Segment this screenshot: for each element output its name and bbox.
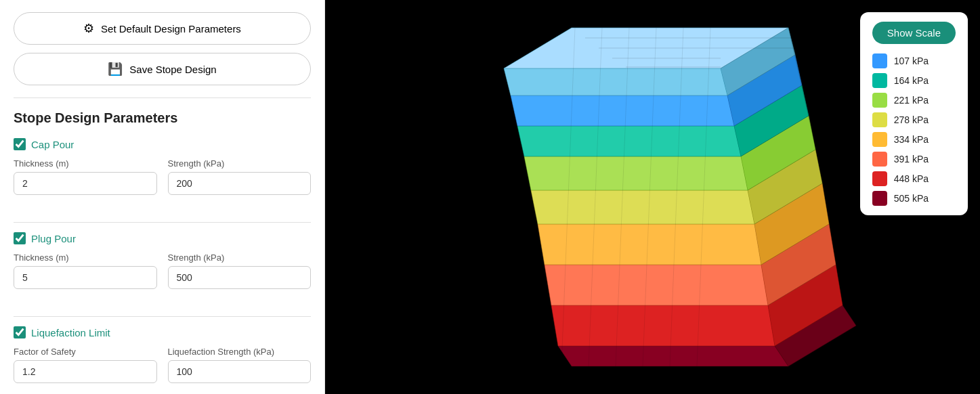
cap-pour-strength-col: Strength (kPa) — [168, 158, 312, 195]
scale-item: 448 kPa — [872, 171, 956, 186]
scale-item: 221 kPa — [872, 93, 956, 108]
scale-kpa-label: 391 kPa — [894, 154, 929, 165]
scale-color-swatch — [872, 53, 887, 68]
scale-color-swatch — [872, 132, 887, 147]
plug-pour-section: Plug Pour Thickness (m) Strength (kPa) — [14, 232, 311, 294]
liquefaction-strength-col: Liquefaction Strength (kPa) — [168, 347, 312, 383]
plug-pour-strength-col: Strength (kPa) — [168, 253, 312, 289]
plug-pour-checkbox[interactable] — [14, 232, 26, 244]
scale-color-swatch — [872, 171, 887, 186]
plug-pour-thickness-label: Thickness (m) — [14, 253, 157, 263]
liquefaction-checkbox[interactable] — [14, 326, 26, 338]
gear-icon: ⚙ — [83, 21, 94, 36]
cap-pour-strength-input[interactable] — [168, 172, 312, 195]
scale-color-swatch — [872, 112, 887, 127]
scale-color-swatch — [872, 152, 887, 167]
scale-kpa-label: 164 kPa — [894, 75, 929, 86]
scale-item: 334 kPa — [872, 132, 956, 147]
liquefaction-strength-input[interactable] — [168, 360, 312, 383]
scale-kpa-label: 505 kPa — [894, 193, 929, 204]
svg-marker-6 — [538, 224, 761, 265]
plug-pour-header: Plug Pour — [14, 232, 311, 244]
svg-marker-10 — [524, 156, 748, 190]
scale-items: 107 kPa164 kPa221 kPa278 kPa334 kPa391 k… — [872, 53, 956, 206]
scale-kpa-label: 278 kPa — [894, 114, 929, 125]
floppy-icon: 💾 — [108, 62, 123, 76]
left-panel: ⚙ Set Default Design Parameters 💾 Save S… — [0, 0, 325, 394]
svg-marker-2 — [551, 305, 775, 346]
cap-plug-divider — [14, 222, 311, 223]
liquefaction-section: Liquefaction Limit Factor of Safety Liqu… — [14, 326, 311, 389]
scale-item: 164 kPa — [872, 73, 956, 88]
show-scale-button[interactable]: Show Scale — [872, 22, 956, 44]
scale-item: 391 kPa — [872, 152, 956, 167]
scale-item: 505 kPa — [872, 191, 956, 206]
scale-kpa-label: 221 kPa — [894, 95, 929, 106]
svg-marker-0 — [558, 346, 788, 366]
plug-pour-strength-input[interactable] — [168, 266, 312, 289]
plug-liq-divider — [14, 316, 311, 317]
scale-legend: Show Scale 107 kPa164 kPa221 kPa278 kPa3… — [860, 12, 968, 215]
section-title: Stope Design Parameters — [14, 110, 311, 126]
plug-pour-label[interactable]: Plug Pour — [31, 233, 76, 244]
plug-pour-strength-label: Strength (kPa) — [168, 253, 312, 263]
save-stope-label: Save Stope Design — [129, 64, 216, 75]
liquefaction-factor-input[interactable] — [14, 360, 157, 383]
scale-color-swatch — [872, 191, 887, 206]
cap-pour-thickness-input[interactable] — [14, 172, 157, 195]
liquefaction-factor-label: Factor of Safety — [14, 347, 157, 357]
set-default-params-label: Set Default Design Parameters — [101, 23, 241, 35]
cap-pour-section: Cap Pour Thickness (m) Strength (kPa) — [14, 138, 311, 200]
svg-marker-8 — [531, 190, 754, 224]
cap-pour-row: Thickness (m) Strength (kPa) — [14, 158, 311, 195]
liquefaction-factor-col: Factor of Safety — [14, 347, 157, 383]
liquefaction-row: Factor of Safety Liquefaction Strength (… — [14, 347, 311, 383]
liquefaction-header: Liquefaction Limit — [14, 326, 311, 338]
cap-pour-thickness-label: Thickness (m) — [14, 158, 157, 169]
scale-kpa-label: 448 kPa — [894, 173, 929, 184]
plug-pour-thickness-col: Thickness (m) — [14, 253, 157, 289]
svg-marker-12 — [517, 126, 741, 156]
svg-marker-4 — [545, 265, 768, 305]
liquefaction-label[interactable]: Liquefaction Limit — [31, 327, 110, 338]
liquefaction-strength-label: Liquefaction Strength (kPa) — [168, 347, 312, 357]
scale-kpa-label: 334 kPa — [894, 134, 929, 145]
set-default-params-button[interactable]: ⚙ Set Default Design Parameters — [14, 12, 311, 45]
visualization-panel: Show Scale 107 kPa164 kPa221 kPa278 kPa3… — [325, 0, 980, 394]
save-stope-button[interactable]: 💾 Save Stope Design — [14, 53, 311, 85]
scale-color-swatch — [872, 73, 887, 88]
plug-pour-row: Thickness (m) Strength (kPa) — [14, 253, 311, 289]
top-divider — [14, 97, 311, 98]
cap-pour-strength-label: Strength (kPa) — [168, 158, 312, 169]
cap-pour-header: Cap Pour — [14, 138, 311, 150]
plug-pour-thickness-input[interactable] — [14, 266, 157, 289]
cap-pour-checkbox[interactable] — [14, 138, 26, 150]
cap-pour-label[interactable]: Cap Pour — [31, 139, 74, 150]
svg-marker-14 — [511, 95, 734, 126]
scale-color-swatch — [872, 93, 887, 108]
scale-item: 107 kPa — [872, 53, 956, 68]
cap-pour-thickness-col: Thickness (m) — [14, 158, 157, 195]
scale-item: 278 kPa — [872, 112, 956, 127]
scale-kpa-label: 107 kPa — [894, 56, 929, 66]
svg-marker-16 — [504, 68, 727, 95]
3d-visualization — [416, 7, 890, 387]
